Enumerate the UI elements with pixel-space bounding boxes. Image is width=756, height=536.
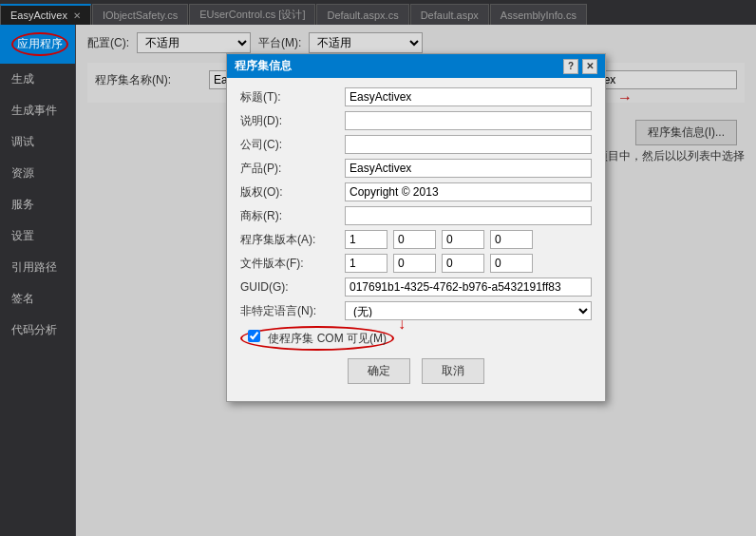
sidebar-item-code-analysis[interactable]: 代码分析 [0,315,75,346]
dlg-button-group: 确定 取消 [240,358,592,392]
tab-defaultaspx[interactable]: Default.aspx [410,4,489,25]
dlg-assembly-v2[interactable] [393,230,436,249]
dialog-title: 程序集信息 [235,58,292,74]
dlg-guid-label: GUID(G): [240,280,345,294]
dialog-close-button[interactable]: ✕ [582,59,597,74]
tab-eusercontrol[interactable]: EUserControl.cs [设计] [189,4,315,25]
dlg-file-version-group [345,254,536,273]
sidebar-item-debug[interactable]: 调试 [0,126,75,158]
dlg-company-row: 公司(C): [240,135,592,154]
dlg-trademark-input[interactable] [345,206,592,225]
dlg-neutral-select[interactable]: (无) [345,301,592,320]
tab-bar: EasyActivex ✕ IObjectSafety.cs EUserCont… [0,0,756,25]
sidebar-item-resources[interactable]: 资源 [0,158,75,189]
dlg-assembly-version-group [345,230,536,249]
dialog-title-buttons: ? ✕ [563,59,597,74]
assembly-info-dialog: 程序集信息 ? ✕ 标题(T): 说明(D): [226,53,606,402]
sidebar-item-build[interactable]: 生成 [0,64,75,95]
dlg-company-label: 公司(C): [240,137,345,153]
dialog-title-bar: 程序集信息 ? ✕ [227,54,605,78]
tab-easyactivex[interactable]: EasyActivex ✕ [0,4,91,25]
dlg-assembly-v1[interactable] [345,230,387,249]
dialog-body: 标题(T): 说明(D): 公司(C): 产品 [227,78,605,401]
main-area: 应用程序 生成 生成事件 调试 资源 服务 设置 引用路径 签名 代码分析 [0,25,756,536]
dlg-assembly-v3[interactable] [442,230,484,249]
dlg-com-row: 使程序集 COM 可见(M) [240,326,592,351]
dlg-file-v2[interactable] [393,254,436,273]
dlg-guid-input[interactable] [345,278,592,297]
sidebar-item-signing[interactable]: 签名 [0,283,75,315]
dlg-assembly-v4[interactable] [490,230,533,249]
content-area: 配置(C): 不适用 平台(M): 不适用 程序集名称(N): 默认命名空间(L… [76,25,756,536]
dlg-product-label: 产品(P): [240,161,345,177]
dialog-help-button[interactable]: ? [563,59,578,74]
dlg-file-v3[interactable] [442,254,484,273]
sidebar-circle: 应用程序 [11,32,68,56]
close-icon[interactable]: ✕ [73,10,81,21]
dlg-title-label: 标题(T): [240,89,345,105]
dlg-file-v1[interactable] [345,254,387,273]
dlg-copyright-label: 版权(O): [240,184,345,201]
dlg-cancel-button[interactable]: 取消 [422,358,484,384]
dlg-trademark-row: 商标(R): [240,206,592,225]
sidebar-item-application[interactable]: 应用程序 [0,25,75,64]
dlg-file-v4[interactable] [490,254,533,273]
dlg-title-row: 标题(T): [240,87,592,106]
dlg-guid-row: GUID(G): [240,278,592,297]
tab-iobjectsafety[interactable]: IObjectSafety.cs [92,4,188,25]
sidebar-item-services[interactable]: 服务 [0,189,75,220]
dlg-ok-button[interactable]: 确定 [348,358,410,384]
com-checkbox-circle: 使程序集 COM 可见(M) [240,326,394,351]
sidebar-item-settings[interactable]: 设置 [0,220,75,252]
dlg-neutral-label: 非特定语言(N): [240,303,345,319]
dlg-assembly-version-label: 程序集版本(A): [240,232,345,248]
dlg-copyright-input[interactable] [345,182,592,201]
dlg-copyright-row: 版权(O): [240,182,592,201]
dlg-desc-row: 说明(D): [240,111,592,130]
dlg-desc-input[interactable] [345,111,592,130]
dlg-trademark-label: 商标(R): [240,208,345,224]
sidebar: 应用程序 生成 生成事件 调试 资源 服务 设置 引用路径 签名 代码分析 [0,25,76,536]
dlg-neutral-row: 非特定语言(N): (无) [240,301,592,320]
sidebar-item-build-events[interactable]: 生成事件 [0,95,75,126]
sidebar-item-reference-paths[interactable]: 引用路径 [0,252,75,283]
com-checkbox[interactable] [248,330,260,342]
com-label: 使程序集 COM 可见(M) [268,332,387,345]
dlg-product-input[interactable] [345,159,592,178]
dlg-product-row: 产品(P): [240,159,592,178]
dlg-company-input[interactable] [345,135,592,154]
dialog-overlay: 程序集信息 ? ✕ 标题(T): 说明(D): [76,25,756,536]
dlg-desc-label: 说明(D): [240,113,345,129]
tab-defaultaspx-cs[interactable]: Default.aspx.cs [316,4,408,25]
arrow-down: ↓ [398,316,406,333]
dlg-file-version-label: 文件版本(F): [240,256,345,272]
dlg-assembly-version-row: 程序集版本(A): [240,230,592,249]
dlg-file-version-row: 文件版本(F): [240,254,592,273]
dlg-title-input[interactable] [345,87,592,106]
tab-assemblyinfo[interactable]: AssemblyInfo.cs [490,4,587,25]
